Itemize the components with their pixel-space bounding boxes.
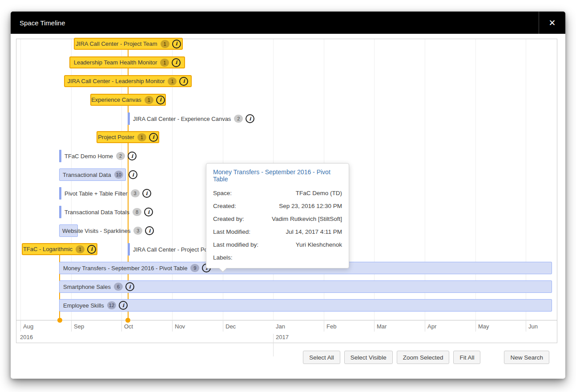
item-label: Pivot Table + Table Filter <box>64 190 128 197</box>
month-gridline <box>475 39 476 320</box>
item-count-badge: 9 <box>190 264 199 272</box>
timeline-item-website-visits-sparklines[interactable]: Website Visits - Sparklines 3 <box>59 224 154 237</box>
timeline-chart[interactable]: JIRA Call Center - Project Team 1 Leader… <box>16 39 557 343</box>
axis-tick <box>425 320 425 332</box>
item-label: JIRA Call Center - Leadership Monitor <box>68 78 165 84</box>
item-count-badge: 3 <box>133 227 142 235</box>
dialog-footer: Select All Select Visible Zoom Selected … <box>16 351 549 364</box>
timeline-item-employee-skills[interactable]: Employee Skills 12 <box>59 299 552 312</box>
timeline-item-leadership-team-health-monitor[interactable]: Leadership Team Health Monitor 1 <box>69 56 185 68</box>
dialog-title: Space Timeline <box>11 19 65 27</box>
item-label: Experience Canvas <box>91 96 141 103</box>
timeline-item-jira-call-center-project-poster[interactable]: JIRA Call Center - Project Po <box>128 243 208 256</box>
item-range-bar: Transactional Data 10 <box>59 168 126 181</box>
fit-all-button[interactable]: Fit All <box>453 351 480 364</box>
item-label: Project Poster <box>98 134 134 140</box>
axis-month-label: Jun <box>528 323 538 330</box>
item-point-bar <box>128 112 130 125</box>
page: Space Timeline ✕ <box>0 0 576 392</box>
custom-time-marker[interactable] <box>57 318 62 323</box>
tooltip-value: TFaC Demo (TD) <box>296 187 342 200</box>
info-icon[interactable] <box>172 58 181 67</box>
axis-year-label: 2017 <box>276 334 289 340</box>
axis-month-label: May <box>478 323 489 330</box>
timeline-item-jira-call-center-experience-canvas[interactable]: JIRA Call Center - Experience Canvas 2 <box>128 112 254 125</box>
tooltip-label: Space: <box>213 187 232 200</box>
item-point-bar <box>59 150 61 162</box>
info-icon[interactable] <box>172 40 181 48</box>
info-icon[interactable] <box>119 301 128 310</box>
info-icon[interactable] <box>125 282 134 291</box>
tooltip-label: Labels: <box>213 251 233 264</box>
axis-month-label: Oct <box>124 323 133 330</box>
tooltip-label: Created by: <box>213 212 244 225</box>
item-count-badge: 8 <box>133 208 141 216</box>
timeline-item-jira-call-center-project-team[interactable]: JIRA Call Center - Project Team 1 <box>74 38 183 50</box>
tooltip-row: Created: Sep 23, 2016 12:30 PM <box>213 200 342 212</box>
info-icon[interactable] <box>129 170 137 179</box>
zoom-selected-button[interactable]: Zoom Selected <box>397 351 450 364</box>
item-count-badge: 1 <box>161 40 169 48</box>
new-search-button[interactable]: New Search <box>504 351 549 364</box>
info-icon[interactable] <box>142 189 151 198</box>
timeline-item-tfac-logarithmic[interactable]: TFaC - Logarithmic 1 <box>22 243 97 255</box>
axis-tick <box>172 320 173 332</box>
axis-month-label: Jan <box>276 323 285 330</box>
timeline-canvas[interactable]: JIRA Call Center - Project Team 1 Leader… <box>16 39 557 343</box>
info-icon[interactable] <box>246 114 254 123</box>
axis-tick <box>324 320 324 332</box>
axis-tick <box>71 320 72 332</box>
item-point-bar <box>59 206 61 218</box>
month-gridline <box>425 39 425 320</box>
axis-month-label: Feb <box>326 323 336 330</box>
item-label: TFaC Demo Home <box>64 153 113 160</box>
item-count-badge: 1 <box>160 59 169 67</box>
select-all-button[interactable]: Select All <box>303 351 340 364</box>
info-icon[interactable] <box>128 152 137 160</box>
timeline-item-pivot-table-table-filter[interactable]: Pivot Table + Table Filter 3 <box>59 187 151 200</box>
item-count-badge: 2 <box>116 152 125 160</box>
month-gridline <box>374 39 375 320</box>
axis-tick <box>121 320 122 332</box>
tooltip-row: Space: TFaC Demo (TD) <box>213 187 342 200</box>
timeline-item-smartphone-sales[interactable]: Smartphone Sales 6 <box>59 280 552 293</box>
item-label: Employee Skills <box>63 302 104 309</box>
axis-month-label: Nov <box>175 323 185 330</box>
item-label: JIRA Call Center - Project Po <box>133 246 208 253</box>
tooltip-row: Created by: Vadim Rutkevich [StiltSoft] <box>213 212 342 225</box>
axis-month-label: Mar <box>377 323 387 330</box>
item-count-badge: 1 <box>168 77 177 85</box>
item-count-badge: 10 <box>114 171 123 179</box>
info-icon[interactable] <box>145 226 154 235</box>
close-icon: ✕ <box>549 18 556 28</box>
tooltip-value: Jul 14, 2017 4:11 PM <box>286 225 342 238</box>
info-icon[interactable] <box>87 245 96 254</box>
custom-time-marker[interactable] <box>125 318 130 323</box>
item-count-badge: 1 <box>145 96 153 104</box>
tooltip-row: Labels: <box>213 251 342 264</box>
item-label: Transactional Data Totals <box>64 209 129 216</box>
axis-month-label: Dec <box>226 323 236 330</box>
axis-tick <box>526 320 526 332</box>
info-icon[interactable] <box>179 77 188 86</box>
timeline-item-project-poster[interactable]: Project Poster 1 <box>97 131 159 143</box>
select-visible-button[interactable]: Select Visible <box>344 351 393 364</box>
item-label: Transactional Data <box>63 172 111 178</box>
timeline-item-transactional-data[interactable]: Transactional Data 10 <box>59 168 137 181</box>
info-icon[interactable] <box>149 133 158 142</box>
close-button[interactable]: ✕ <box>539 12 565 34</box>
item-label: TFaC - Logarithmic <box>23 246 73 252</box>
item-label: Smartphone Sales <box>63 284 111 290</box>
timeline-item-tfac-demo-home[interactable]: TFaC Demo Home 2 <box>59 150 137 162</box>
item-count-badge: 2 <box>234 115 243 123</box>
month-gridline <box>526 39 526 320</box>
timeline-item-jira-call-center-leadership-monitor[interactable]: JIRA Call Center - Leadership Monitor 1 <box>64 75 192 87</box>
month-gridline <box>20 39 21 320</box>
tooltip-label: Last Modified: <box>213 225 250 238</box>
timeline-item-transactional-data-totals[interactable]: Transactional Data Totals 8 <box>59 206 153 218</box>
timeline-item-experience-canvas[interactable]: Experience Canvas 1 <box>90 94 166 106</box>
info-icon[interactable] <box>156 96 165 104</box>
item-label: Money Transfers - September 2016 - Pivot… <box>63 265 187 272</box>
axis-month-label: Apr <box>427 323 436 330</box>
info-icon[interactable] <box>144 208 153 216</box>
